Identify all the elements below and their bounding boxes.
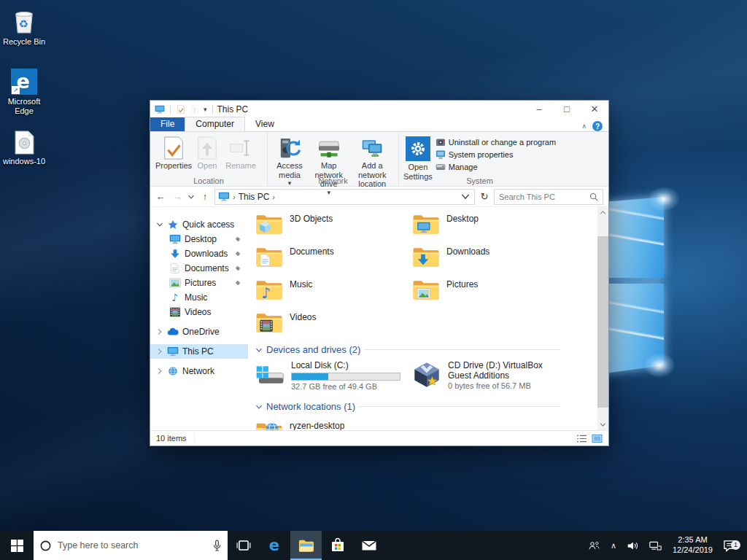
recent-locations-dropdown-icon[interactable] bbox=[187, 193, 196, 201]
vertical-scrollbar[interactable] bbox=[597, 207, 608, 430]
open-icon bbox=[196, 136, 218, 160]
new-folder-quick-icon[interactable] bbox=[190, 105, 200, 114]
people-button[interactable] bbox=[583, 540, 605, 551]
folder-tile-downloads[interactable]: Downloads bbox=[412, 242, 569, 275]
uninstall-program-button[interactable]: Uninstall or change a program bbox=[436, 137, 556, 147]
pictures-icon bbox=[169, 278, 181, 288]
map-network-drive-button[interactable]: Map network drive ▾ bbox=[307, 135, 351, 196]
taskbar-search[interactable] bbox=[34, 531, 228, 560]
properties-quick-icon[interactable] bbox=[176, 105, 186, 114]
dropdown-arrow-icon: ▾ bbox=[327, 189, 330, 196]
folder-tile-documents[interactable]: Documents bbox=[255, 242, 412, 275]
microphone-icon[interactable] bbox=[212, 540, 222, 552]
search-input[interactable] bbox=[499, 192, 587, 201]
task-view-button[interactable] bbox=[228, 531, 259, 560]
folder-tile-music[interactable]: Music bbox=[255, 275, 412, 308]
taskbar-search-input[interactable] bbox=[58, 540, 206, 551]
scrollbar-thumb[interactable] bbox=[597, 236, 608, 408]
sidebar-item-label: Music bbox=[185, 292, 207, 303]
breadcrumb-this-pc[interactable]: This PC bbox=[239, 192, 270, 202]
people-icon bbox=[588, 540, 600, 551]
minimize-button[interactable]: – bbox=[525, 101, 553, 117]
breadcrumb-chevron-icon[interactable]: › bbox=[272, 192, 275, 201]
mail-icon bbox=[361, 537, 377, 553]
desktop-icon-microsoft-edge[interactable]: ➚ Microsoft Edge bbox=[0, 66, 48, 115]
rename-button[interactable]: Rename bbox=[222, 135, 260, 171]
back-button[interactable]: ← bbox=[153, 191, 168, 202]
folder-tile-pictures[interactable]: Pictures bbox=[412, 275, 569, 308]
maximize-button[interactable]: □ bbox=[553, 101, 581, 117]
search-icon bbox=[589, 192, 598, 201]
sidebar-item-downloads[interactable]: Downloads bbox=[150, 246, 248, 261]
desktop-icon-windows-10[interactable]: windows-10 bbox=[0, 125, 48, 166]
sidebar-item-network[interactable]: Network bbox=[150, 364, 248, 378]
desktop-icon-label: Microsoft Edge bbox=[0, 97, 48, 115]
cortana-icon bbox=[39, 540, 52, 552]
large-icons-view-button[interactable] bbox=[592, 434, 603, 443]
pin-icon bbox=[234, 251, 241, 257]
wallpaper-glow bbox=[643, 353, 676, 378]
sidebar-item-documents[interactable]: Documents bbox=[150, 261, 248, 276]
group-header-network-locations[interactable]: Network locations (1) bbox=[255, 398, 569, 415]
folder-tile-videos[interactable]: Videos bbox=[255, 308, 412, 341]
sidebar-item-videos[interactable]: Videos bbox=[150, 305, 248, 319]
quick-access-toolbar: ▾ bbox=[155, 105, 214, 114]
taskbar-mail-button[interactable] bbox=[353, 531, 384, 560]
tab-file[interactable]: File bbox=[150, 117, 185, 131]
system-properties-icon bbox=[436, 149, 446, 160]
taskbar-file-explorer-button[interactable] bbox=[290, 531, 322, 560]
network-location-tile-ryzen-desktop[interactable]: ryzen-desktop bbox=[255, 416, 412, 430]
chevron-right-icon[interactable] bbox=[156, 368, 163, 375]
forward-button[interactable]: → bbox=[170, 191, 185, 202]
tab-computer[interactable]: Computer bbox=[185, 117, 245, 131]
chevron-right-icon[interactable] bbox=[156, 328, 163, 335]
network-tray-button[interactable] bbox=[644, 540, 667, 551]
desktop-icon-recycle-bin[interactable]: Recycle Bin bbox=[0, 6, 48, 47]
drive-tile-cd-drive-d[interactable]: CD Drive (D:) VirtualBox Guest Additions… bbox=[412, 359, 569, 397]
details-view-button[interactable] bbox=[576, 434, 587, 443]
taskbar-edge-button[interactable] bbox=[259, 531, 290, 560]
scroll-down-arrow[interactable] bbox=[597, 419, 608, 430]
group-label-location: Location bbox=[150, 176, 267, 185]
sidebar-item-this-pc[interactable]: This PC bbox=[150, 344, 248, 359]
title-bar[interactable]: ▾ This PC – □ ✕ bbox=[150, 101, 608, 117]
system-properties-button[interactable]: System properties bbox=[436, 149, 556, 160]
properties-button[interactable]: Properties bbox=[155, 135, 193, 171]
recycle-bin-icon bbox=[0, 6, 48, 35]
chevron-down-icon[interactable] bbox=[255, 346, 263, 354]
search-box[interactable] bbox=[494, 189, 603, 205]
tab-view[interactable]: View bbox=[245, 117, 285, 131]
folder-name: Documents bbox=[290, 242, 334, 275]
close-button[interactable]: ✕ bbox=[581, 101, 608, 117]
open-button[interactable]: Open bbox=[193, 135, 222, 171]
taskbar-clock[interactable]: 2:35 AM 12/24/2019 bbox=[667, 535, 719, 556]
sidebar-item-pictures[interactable]: Pictures bbox=[150, 276, 248, 290]
scroll-up-arrow[interactable] bbox=[597, 207, 608, 218]
start-button[interactable] bbox=[0, 531, 34, 560]
chevron-down-icon[interactable] bbox=[255, 403, 263, 411]
taskbar-store-button[interactable] bbox=[322, 531, 353, 560]
group-header-devices-and-drives[interactable]: Devices and drives (2) bbox=[255, 341, 569, 358]
chevron-down-icon[interactable] bbox=[156, 221, 163, 228]
folder-tile-3d-objects[interactable]: 3D Objects bbox=[255, 209, 412, 242]
show-hidden-icons-button[interactable]: ∧ bbox=[605, 541, 622, 551]
customize-quick-access-dropdown-icon[interactable]: ▾ bbox=[204, 106, 207, 113]
minimize-ribbon-icon[interactable]: ∧ bbox=[581, 122, 587, 130]
manage-button[interactable]: Manage bbox=[436, 162, 556, 172]
sidebar-item-onedrive[interactable]: OneDrive bbox=[150, 324, 248, 339]
address-dropdown-icon[interactable] bbox=[460, 192, 471, 201]
sidebar-item-music[interactable]: Music bbox=[150, 290, 248, 305]
desktop-icon bbox=[169, 234, 181, 244]
chevron-right-icon[interactable] bbox=[156, 348, 163, 355]
refresh-button[interactable]: ↻ bbox=[477, 191, 492, 202]
help-icon[interactable]: ? bbox=[592, 121, 603, 131]
open-settings-button[interactable]: Open Settings bbox=[403, 135, 433, 181]
sidebar-item-quick-access[interactable]: Quick access bbox=[150, 217, 248, 232]
up-button[interactable]: ↑ bbox=[198, 191, 212, 202]
volume-button[interactable] bbox=[622, 540, 644, 551]
sidebar-item-desktop[interactable]: Desktop bbox=[150, 232, 248, 246]
drive-tile-local-disk-c[interactable]: Local Disk (C:) 32.7 GB free of 49.4 GB bbox=[255, 359, 412, 397]
3d-objects-folder-icon bbox=[255, 209, 283, 238]
action-center-button[interactable]: 1 bbox=[719, 540, 744, 552]
folder-tile-desktop[interactable]: Desktop bbox=[412, 209, 569, 242]
